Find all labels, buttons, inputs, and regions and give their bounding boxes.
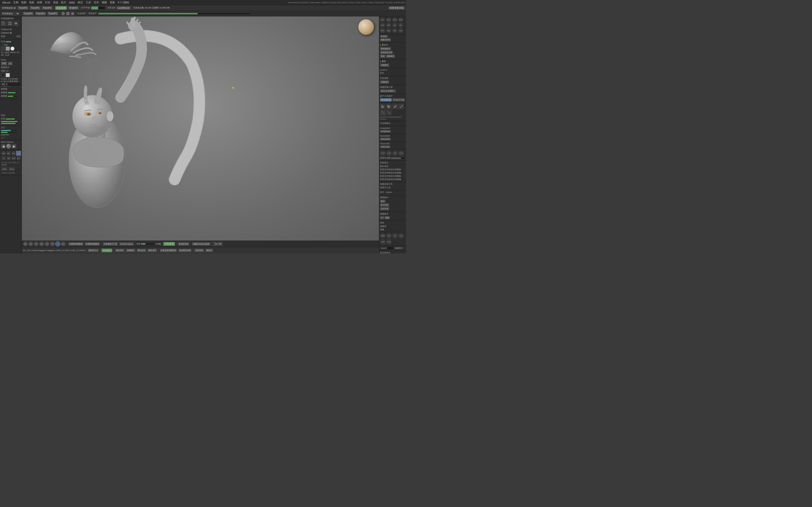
- r-btn-stitch[interactable]: 拼接: [385, 216, 390, 219]
- r-extrude2[interactable]: Ext: [386, 233, 392, 239]
- size-slider2[interactable]: [1, 132, 17, 133]
- r-btn-nano[interactable]: NanoMesh: [380, 137, 391, 140]
- brush-mov[interactable]: Mov: [1, 151, 6, 156]
- b-poly[interactable]: Po: [61, 241, 66, 246]
- intensity-slider[interactable]: [8, 96, 18, 97]
- icon-smooth[interactable]: [70, 11, 75, 16]
- r-tool-knife1[interactable]: [392, 104, 398, 109]
- brush-preset-select2[interactable]: 常用笔刷包: [1, 11, 20, 16]
- brush-claytu[interactable]: ClT: [16, 156, 21, 161]
- btn-transpo2[interactable]: TransPo: [29, 6, 41, 10]
- menu-movie[interactable]: 影片: [60, 0, 67, 5]
- brush-clay[interactable]: Cly: [16, 151, 21, 156]
- b-dam[interactable]: Da: [39, 241, 44, 246]
- b-btn-analyze[interactable]: 分析描述子工具: [102, 242, 118, 246]
- swatch-black[interactable]: [1, 73, 5, 77]
- menu-view[interactable]: 视图: [101, 0, 108, 5]
- btn-snake[interactable]: SnakeH: [68, 6, 79, 10]
- b-intensity-bar[interactable]: [141, 243, 155, 245]
- b2-btn-split-outer[interactable]: 拆分外分: [115, 248, 125, 252]
- r-btn-anim-speed[interactable]: 动画细分: [380, 80, 389, 84]
- r-smooth2[interactable]: Sm2: [386, 17, 391, 22]
- menu-render[interactable]: 渲染: [52, 0, 59, 5]
- r-insertc[interactable]: Ins: [392, 233, 398, 239]
- b2-btn-extract[interactable]: 取出合并: [136, 248, 147, 252]
- menu-color[interactable]: 色彩: [28, 0, 36, 5]
- light-slider[interactable]: [6, 41, 15, 43]
- menu-xyz[interactable]: X Y Z描绘: [116, 0, 131, 5]
- swatch-white[interactable]: [6, 73, 10, 77]
- r-curvesi[interactable]: CvS: [380, 239, 386, 245]
- b-slash2[interactable]: Sl: [34, 241, 39, 246]
- brush-blob[interactable]: Blo: [6, 151, 11, 156]
- r-ifract[interactable]: IFr: [398, 22, 403, 28]
- btn-direct-select[interactable]: 直选选择: [55, 6, 67, 10]
- r-btn-anim-divide[interactable]: 动画细分: [380, 63, 389, 67]
- b-btn-from-mesh[interactable]: 从网格创建建筑: [68, 242, 84, 246]
- b2-btn-lock-merge[interactable]: 锁住合并: [147, 248, 157, 252]
- r-tool-slice2[interactable]: [386, 110, 392, 115]
- b-btn-smooth-topo[interactable]: Smooth Topolo: [119, 242, 134, 246]
- b-i21[interactable]: I2: [44, 241, 50, 246]
- r-curvefl2[interactable]: CvF: [386, 150, 392, 156]
- icon-circle1[interactable]: [13, 21, 19, 26]
- r-btn-english[interactable]: English: [380, 35, 388, 38]
- prop-slider3[interactable]: [1, 123, 17, 124]
- fineness-slider[interactable]: [8, 92, 18, 94]
- r-btn-min-level[interactable]: 最低级细分: [380, 47, 391, 50]
- r-tool-select1[interactable]: [380, 104, 386, 109]
- brush-elastic[interactable]: Ela: [11, 151, 16, 156]
- r-btn-new-folder[interactable]: 新建文件夹: [380, 38, 391, 42]
- b2-btn-all-resolve[interactable]: 全解细分: [125, 248, 136, 252]
- r-btn-all-start[interactable]: 全部划分启动: [380, 51, 393, 54]
- brush-spiral[interactable]: Spi: [6, 156, 11, 161]
- brush-preset-select[interactable]: 常用笔刷包: [1, 6, 17, 10]
- r-rename-title[interactable]: ▶重命名: [380, 44, 405, 47]
- prop-slider2[interactable]: [1, 121, 17, 122]
- menu-doc[interactable]: 文档: [12, 0, 19, 5]
- r-tool-knife2[interactable]: [398, 104, 404, 109]
- r-srlay[interactable]: Slr: [392, 22, 397, 28]
- btn-transpo3[interactable]: TransPo: [41, 6, 53, 10]
- swatch-dark[interactable]: [1, 47, 5, 51]
- menu-transform[interactable]: 变换: [109, 0, 116, 5]
- r-imm-mo[interactable]: IMM: [380, 233, 386, 239]
- r-sproj[interactable]: SPr: [386, 22, 391, 28]
- b2-btn-reinforce[interactable]: 强化宝: [205, 248, 213, 252]
- btn-transform-uv[interactable]: UV: [7, 61, 13, 65]
- on-off-toggle[interactable]: On Off: [213, 242, 223, 246]
- menu-marks[interactable]: 标记: [77, 0, 84, 5]
- r-btn-uv[interactable]: Uv: [380, 216, 384, 219]
- prop-slider1[interactable]: [6, 118, 17, 120]
- r-btn-tpose-mesh[interactable]: TPoseMesh: [380, 98, 392, 102]
- btn-t2[interactable]: TransPo: [35, 11, 46, 16]
- r-btn-create-base[interactable]: 创建基本: [386, 54, 395, 58]
- menu-file[interactable]: 文件: [93, 0, 100, 5]
- b-btn-from-mesh2[interactable]: 从网格创建建筑: [84, 242, 100, 246]
- r-btn-open-down[interactable]: 应下分开: [380, 203, 389, 207]
- menu-tools[interactable]: 工具: [85, 0, 92, 5]
- menu-brush[interactable]: 笔刷: [20, 0, 28, 5]
- r-extrude[interactable]: Ext: [392, 150, 398, 156]
- b-chisel[interactable]: Ch: [28, 241, 33, 246]
- swatch-mid[interactable]: [6, 47, 10, 51]
- b2-btn-by-poly[interactable]: 由多边形创建控制: [159, 248, 177, 252]
- icon-transform[interactable]: [66, 11, 70, 16]
- r-tool-select2[interactable]: [386, 104, 392, 109]
- brush-gr[interactable]: Gr: [1, 156, 6, 161]
- b-paint[interactable]: Pa: [55, 241, 60, 246]
- r-btn-zbrush-scale[interactable]: ZBrush 比例统一: [380, 89, 396, 93]
- r-smooth3[interactable]: Sm3: [392, 17, 397, 22]
- b2-btn-edge-group[interactable]: 边边替代分组: [178, 248, 192, 252]
- btn-transpo1[interactable]: TransPo: [17, 6, 29, 10]
- menu-light[interactable]: 灯光: [44, 0, 51, 5]
- brush-nudge[interactable]: Nud: [11, 156, 16, 161]
- r-thick[interactable]: ThS: [380, 22, 385, 28]
- b-btn-project-all[interactable]: 全部投射: [163, 242, 175, 246]
- btn-delete-transform[interactable]: 削除变换目标: [388, 6, 405, 10]
- b2-btn-spotlight[interactable]: Spotlight1: [101, 248, 112, 252]
- camera-next-btn[interactable]: ▶: [12, 144, 16, 149]
- r-btn-copy[interactable]: 复制: [380, 54, 386, 58]
- b2-btn-close-anim[interactable]: 关闭动功: [194, 248, 204, 252]
- r-history[interactable]: His: [392, 28, 397, 33]
